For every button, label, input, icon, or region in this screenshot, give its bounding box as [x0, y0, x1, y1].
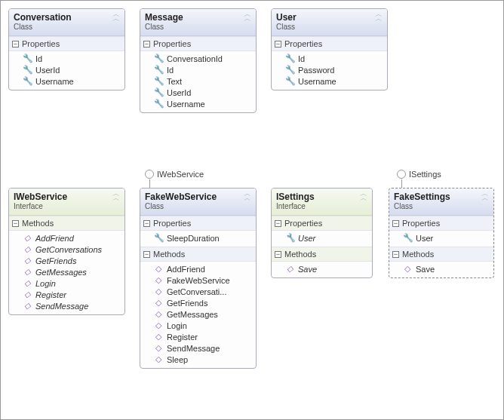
property-item[interactable]: 🔧Username [9, 75, 124, 87]
section-label: Properties [153, 219, 191, 228]
method-item[interactable]: ◇Sleep [140, 354, 256, 365]
property-item[interactable]: 🔧UserId [140, 87, 256, 98]
minus-icon: − [275, 41, 281, 48]
property-item[interactable]: 🔧Username [140, 98, 256, 109]
method-item[interactable]: ◇GetMessages [140, 308, 256, 320]
collapse-chevrons-icon[interactable]: ︿︿ [481, 192, 489, 201]
class-user[interactable]: User Class ︿︿ − Properties 🔧Id 🔧Password… [271, 8, 388, 90]
method-icon: ◇ [154, 264, 163, 274]
method-item[interactable]: ◇GetConversations [9, 244, 124, 255]
method-icon: ◇ [154, 287, 163, 296]
shape-title: Message [145, 12, 251, 23]
property-item[interactable]: 🔧Id [9, 53, 124, 64]
wrench-icon: 🔧 [154, 54, 163, 63]
class-conversation[interactable]: Conversation Class ︿︿ − Properties 🔧Id 🔧… [8, 8, 125, 90]
class-fakewebservice[interactable]: FakeWebService Class ︿︿ − Properties 🔧Sl… [140, 188, 257, 369]
method-icon: ◇ [154, 298, 163, 308]
section-label: Properties [284, 219, 322, 228]
section-label: Properties [402, 219, 440, 228]
property-item[interactable]: 🔧ConversationId [140, 53, 256, 64]
interface-isettings[interactable]: ISettings Interface ︿︿ − Properties 🔧Use… [271, 188, 373, 278]
section-properties[interactable]: − Properties [272, 36, 387, 51]
property-item[interactable]: 🔧SleepDuration [140, 232, 256, 244]
lollipop-label: IWebService [157, 170, 204, 179]
method-item[interactable]: ◇FakeWebService [140, 274, 256, 286]
minus-icon: − [392, 220, 399, 227]
method-item[interactable]: ◇SendMessage [140, 342, 256, 354]
property-item[interactable]: 🔧UserId [9, 64, 124, 75]
method-icon: ◇ [23, 290, 32, 299]
class-fakesettings[interactable]: FakeSettings Class ︿︿ − Properties 🔧User… [389, 188, 494, 278]
shape-title: FakeWebService [145, 192, 251, 202]
section-methods[interactable]: − Methods [389, 247, 493, 262]
property-item[interactable]: 🔧Password [272, 64, 387, 75]
method-item[interactable]: ◇GetFriends [9, 255, 124, 266]
method-item[interactable]: ◇GetConversati... [140, 286, 256, 297]
class-message[interactable]: Message Class ︿︿ − Properties 🔧Conversat… [140, 8, 257, 113]
method-item[interactable]: ◇Login [140, 320, 256, 331]
section-label: Methods [22, 219, 54, 228]
method-item[interactable]: ◇GetFriends [140, 297, 256, 308]
wrench-icon: 🔧 [23, 76, 32, 86]
method-item[interactable]: ◇Save [272, 263, 372, 274]
section-properties[interactable]: − Properties [140, 216, 256, 231]
member-list: 🔧ConversationId 🔧Id 🔧Text 🔧UserId 🔧Usern… [140, 51, 256, 112]
section-properties[interactable]: − Properties [140, 36, 256, 51]
member-list: ◇AddFriend ◇FakeWebService ◇GetConversat… [140, 262, 256, 368]
section-methods[interactable]: − Methods [272, 247, 372, 262]
method-item[interactable]: ◇Login [9, 277, 124, 289]
shape-header: ISettings Interface ︿︿ [272, 189, 372, 216]
method-icon: ◇ [23, 278, 32, 288]
collapse-chevrons-icon[interactable]: ︿︿ [244, 12, 251, 21]
property-item[interactable]: 🔧Id [272, 53, 387, 64]
lollipop-label: ISettings [409, 170, 441, 179]
collapse-chevrons-icon[interactable]: ︿︿ [360, 192, 367, 201]
method-item[interactable]: ◇AddFriend [9, 232, 124, 244]
minus-icon: − [275, 220, 281, 227]
collapse-chevrons-icon[interactable]: ︿︿ [244, 192, 251, 201]
method-item[interactable]: ◇AddFriend [140, 263, 256, 274]
minus-icon: − [275, 251, 281, 258]
section-properties[interactable]: − Properties [9, 36, 124, 51]
property-item[interactable]: 🔧Id [140, 64, 256, 75]
method-icon: ◇ [154, 320, 163, 330]
shape-stereo: Interface [276, 202, 367, 210]
wrench-icon: 🔧 [154, 99, 163, 109]
method-item[interactable]: ◇Register [140, 331, 256, 342]
shape-stereo: Class [145, 23, 251, 31]
collapse-chevrons-icon[interactable]: ︿︿ [112, 192, 120, 201]
method-icon: ◇ [23, 244, 32, 254]
method-item[interactable]: ◇SendMessage [9, 300, 124, 311]
collapse-chevrons-icon[interactable]: ︿︿ [375, 12, 383, 21]
lollipop-iwebservice: IWebService [145, 170, 204, 179]
property-item[interactable]: 🔧Text [140, 75, 256, 87]
section-properties[interactable]: − Properties [389, 216, 493, 231]
member-list: 🔧User [272, 231, 372, 247]
section-methods[interactable]: − Methods [140, 247, 256, 262]
property-item[interactable]: 🔧User [272, 232, 372, 244]
method-item[interactable]: ◇Save [389, 263, 493, 274]
minus-icon: − [392, 251, 399, 258]
method-item[interactable]: ◇GetMessages [9, 266, 124, 277]
interface-iwebservice[interactable]: IWebService Interface ︿︿ − Methods ◇AddF… [8, 188, 125, 315]
section-properties[interactable]: − Properties [272, 216, 372, 231]
wrench-icon: 🔧 [23, 54, 32, 63]
shape-stereo: Class [394, 202, 489, 210]
shape-stereo: Class [14, 23, 120, 31]
wrench-icon: 🔧 [285, 233, 294, 243]
method-item[interactable]: ◇Register [9, 289, 124, 300]
shape-title: IWebService [14, 192, 120, 202]
member-list: ◇Save [389, 262, 493, 277]
section-methods[interactable]: − Methods [9, 216, 124, 231]
section-label: Methods [284, 250, 316, 259]
interface-ball-icon [145, 170, 154, 179]
collapse-chevrons-icon[interactable]: ︿︿ [112, 12, 120, 21]
wrench-icon: 🔧 [154, 76, 163, 86]
property-item[interactable]: 🔧Username [272, 75, 387, 87]
shape-header: FakeWebService Class ︿︿ [140, 189, 256, 216]
method-icon: ◇ [154, 354, 163, 364]
property-item[interactable]: 🔧User [389, 232, 493, 244]
wrench-icon: 🔧 [154, 65, 163, 75]
method-icon: ◇ [285, 264, 294, 274]
minus-icon: − [12, 220, 19, 227]
